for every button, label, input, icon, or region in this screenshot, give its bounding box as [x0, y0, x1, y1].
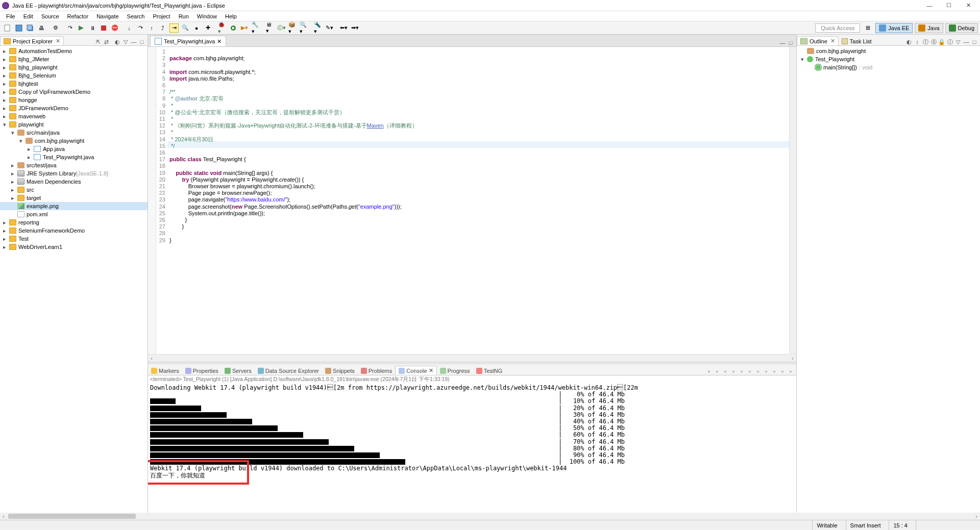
- project-item[interactable]: ▸AutomationTestDemo: [0, 47, 148, 55]
- close-icon[interactable]: ✕: [429, 367, 433, 374]
- perspective-debug[interactable]: Debug: [945, 23, 978, 33]
- code-editor[interactable]: package com.bjhg.playwright; import com.…: [167, 47, 789, 354]
- drop-to-frame-icon[interactable]: ⤴: [158, 23, 167, 33]
- menu-file[interactable]: File: [2, 12, 19, 20]
- focus-task-icon[interactable]: ◐: [114, 38, 121, 45]
- scroll-lock-icon[interactable]: ▫: [730, 368, 737, 375]
- sort-icon[interactable]: ↕: [914, 38, 921, 45]
- project-item[interactable]: ▸bjhgtest: [0, 80, 148, 88]
- save-all-icon[interactable]: [26, 23, 35, 33]
- clear-console-icon[interactable]: ▫: [705, 368, 713, 375]
- add-snippet-icon[interactable]: ✚: [203, 23, 212, 33]
- project-item[interactable]: ▸App.java: [0, 145, 148, 153]
- bottom-tab-data-source-explorer[interactable]: Data Source Explorer: [255, 367, 322, 375]
- bottom-tab-servers[interactable]: Servers: [222, 367, 255, 375]
- minimize-view-icon[interactable]: —: [130, 38, 137, 45]
- new-class-icon[interactable]: Ⓒ▾: [277, 23, 286, 33]
- open-type-icon[interactable]: 🔍▾: [299, 23, 308, 33]
- bottom-tab-markers[interactable]: Markers: [148, 367, 182, 375]
- project-item[interactable]: ▸bjhg_JMeter: [0, 55, 148, 63]
- open-console-icon[interactable]: ▫: [763, 368, 770, 375]
- perspective-java[interactable]: Java: [915, 23, 943, 33]
- maximize-button[interactable]: ☐: [939, 0, 959, 11]
- outline-tab[interactable]: Outline ✕: [797, 36, 839, 45]
- skip-breakpoints-icon[interactable]: ↷: [65, 23, 75, 33]
- minimize-view-icon[interactable]: —: [963, 38, 970, 45]
- outline-item[interactable]: main(String[]): void: [797, 63, 980, 71]
- terminate-icon[interactable]: [99, 23, 108, 33]
- menu-edit[interactable]: Edit: [19, 12, 37, 20]
- close-icon[interactable]: ✕: [56, 38, 60, 44]
- project-item[interactable]: ▸mavenweb: [0, 112, 148, 120]
- bottom-tab-progress[interactable]: Progress: [437, 367, 473, 375]
- horizontal-scrollbar[interactable]: ‹›: [148, 354, 796, 361]
- project-item[interactable]: ▸Bjhg_Selenium: [0, 71, 148, 80]
- step-return-icon[interactable]: ↑: [147, 23, 156, 33]
- console-output[interactable]: Downloading Webkit 17.4 (playwright buil…: [148, 384, 796, 513]
- step-into-icon[interactable]: ↓: [125, 23, 134, 33]
- bottom-tab-testng[interactable]: TestNG: [473, 367, 506, 375]
- project-item[interactable]: ▸Test_Playwright.java: [0, 153, 148, 161]
- new-console-icon[interactable]: ▫: [771, 368, 778, 375]
- hide-local-icon[interactable]: ⓛ: [946, 38, 953, 45]
- menu-source[interactable]: Source: [37, 12, 63, 20]
- maximize-view-icon[interactable]: □: [138, 38, 145, 45]
- forward-icon[interactable]: ➡▾: [350, 23, 359, 33]
- show-console-icon[interactable]: ▫: [738, 368, 745, 375]
- project-item[interactable]: ▸reportng: [0, 218, 148, 226]
- view-menu-icon[interactable]: ▽: [122, 38, 129, 45]
- resume-icon[interactable]: [77, 23, 86, 33]
- project-item[interactable]: example.png: [0, 202, 148, 210]
- hide-static-icon[interactable]: ⓢ: [930, 38, 937, 45]
- remove-all-icon[interactable]: ▫: [722, 368, 729, 375]
- project-item[interactable]: ▸src/test/java: [0, 161, 148, 169]
- project-item[interactable]: ▸Test: [0, 235, 148, 243]
- search-icon[interactable]: 🔦▾: [313, 23, 323, 33]
- run-icon[interactable]: [229, 23, 238, 33]
- menu-project[interactable]: Project: [149, 12, 174, 20]
- external-tools-icon[interactable]: 🔧▾: [251, 23, 260, 33]
- project-item[interactable]: ▸Copy of VipFrameworkDemo: [0, 88, 148, 96]
- max-icon[interactable]: ▫: [787, 368, 794, 375]
- close-icon[interactable]: ✕: [830, 38, 835, 44]
- print-icon[interactable]: 🖶: [37, 23, 46, 33]
- bottom-tab-console[interactable]: Console ✕: [395, 366, 436, 375]
- task-icon[interactable]: ✎▾: [325, 23, 334, 33]
- bottom-tab-snippets[interactable]: Snippets: [322, 367, 358, 375]
- project-item[interactable]: ▸JRE System Library [JavaSE-1.8]: [0, 169, 148, 178]
- minimize-editor-icon[interactable]: —: [779, 39, 786, 46]
- bottom-tab-problems[interactable]: Problems: [358, 367, 395, 375]
- project-item[interactable]: ▾playwright: [0, 120, 148, 129]
- project-item[interactable]: ▸bjhg_playwright: [0, 63, 148, 71]
- project-item[interactable]: ▸hongge: [0, 96, 148, 104]
- project-item[interactable]: pom.xml: [0, 210, 148, 218]
- open-perspective-icon[interactable]: ⊞: [863, 23, 872, 33]
- coverage-icon[interactable]: ▶▾: [240, 23, 249, 33]
- expression-icon[interactable]: 🔍: [181, 23, 190, 33]
- menu-run[interactable]: Run: [175, 12, 193, 20]
- workbench-hscroll[interactable]: ‹›: [0, 513, 980, 520]
- debug-icon[interactable]: 🐞▾: [217, 23, 227, 33]
- maximize-view-icon[interactable]: □: [971, 38, 978, 45]
- pin-console-icon[interactable]: ▫: [746, 368, 753, 375]
- project-item[interactable]: ▸Maven Dependencies: [0, 178, 148, 186]
- project-item[interactable]: ▸SeleniumFrameworkDemo: [0, 226, 148, 235]
- hide-fields-icon[interactable]: ⓕ: [922, 38, 929, 45]
- focus-icon[interactable]: ◐: [905, 38, 913, 45]
- close-button[interactable]: ✕: [959, 0, 978, 11]
- save-icon[interactable]: [14, 23, 23, 33]
- new-server-icon[interactable]: 🖥▾: [265, 23, 275, 33]
- outline-item[interactable]: ▾Test_Playwright: [797, 55, 980, 63]
- menu-help[interactable]: Help: [221, 12, 241, 20]
- menu-search[interactable]: Search: [123, 12, 149, 20]
- step-over-icon[interactable]: ↷: [136, 23, 145, 33]
- hide-nonpublic-icon[interactable]: 🔒: [938, 38, 945, 45]
- close-icon[interactable]: ✕: [217, 38, 222, 45]
- new-icon[interactable]: [3, 23, 12, 33]
- menu-window[interactable]: Window: [193, 12, 221, 20]
- collapse-all-icon[interactable]: ⇱: [94, 38, 102, 45]
- link-editor-icon[interactable]: ⇄: [103, 38, 110, 45]
- breakpoint-toggle-icon[interactable]: ●: [192, 23, 201, 33]
- quick-access-input[interactable]: Quick Access: [815, 23, 860, 33]
- project-explorer-tab[interactable]: Project Explorer ✕: [0, 36, 64, 45]
